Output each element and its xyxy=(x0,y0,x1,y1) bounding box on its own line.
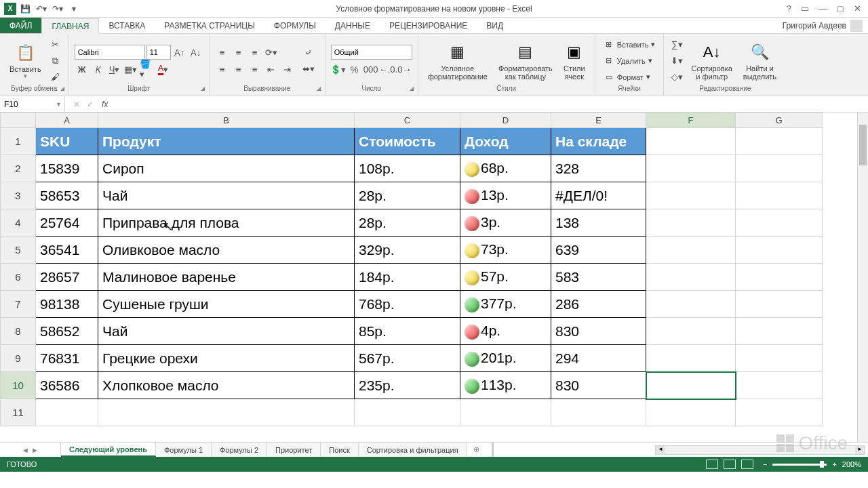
format-as-table-button[interactable]: ▤Форматировать как таблицу xyxy=(494,37,557,85)
zoom-slider[interactable] xyxy=(772,464,827,466)
accounting-icon[interactable]: 💲▾ xyxy=(331,62,346,77)
merge-center-icon[interactable]: ⬌▾ xyxy=(298,62,319,77)
cell[interactable] xyxy=(736,209,823,237)
cell[interactable]: 13р. xyxy=(460,182,551,209)
cell[interactable] xyxy=(646,237,736,264)
number-format-combo[interactable] xyxy=(331,45,412,60)
qat-customize-icon[interactable]: ▾ xyxy=(66,1,81,16)
row-header[interactable]: 5 xyxy=(1,237,36,264)
increase-decimal-icon[interactable]: ←.0 xyxy=(380,62,395,77)
borders-icon[interactable]: ▦▾ xyxy=(123,62,138,77)
redo-icon[interactable]: ↷▾ xyxy=(50,1,65,16)
cell[interactable]: 328 xyxy=(551,155,646,182)
cell[interactable]: 68р. xyxy=(460,155,551,182)
row-header[interactable]: 1 xyxy=(1,128,36,155)
align-bottom-icon[interactable]: ≡ xyxy=(248,45,262,60)
column-header[interactable]: D xyxy=(460,113,551,128)
decrease-font-icon[interactable]: A↓ xyxy=(189,45,203,60)
cell[interactable]: 286 xyxy=(551,291,646,318)
delete-cells-button[interactable]: ⊟Удалить ▾ xyxy=(601,54,658,68)
cell[interactable]: 108р. xyxy=(355,155,460,182)
row-header[interactable]: 4 xyxy=(1,209,36,237)
column-header[interactable]: G xyxy=(736,113,823,128)
cell[interactable]: Чай xyxy=(98,182,355,209)
cell[interactable] xyxy=(736,399,823,426)
cell[interactable]: 201р. xyxy=(460,345,551,372)
save-icon[interactable]: 💾 xyxy=(18,1,33,16)
fill-icon[interactable]: ⬇▾ xyxy=(669,54,684,68)
cell[interactable]: Сушеные груши xyxy=(98,291,355,318)
cell[interactable] xyxy=(736,264,823,291)
font-color-icon[interactable]: А▾ xyxy=(156,62,171,77)
orientation-icon[interactable]: ⟳▾ xyxy=(264,45,279,60)
zoom-out-icon[interactable]: − xyxy=(763,460,767,468)
table-header-cell[interactable]: На складе xyxy=(551,128,646,155)
cell[interactable]: 113р. xyxy=(460,372,551,399)
cell[interactable]: Приправа для плова xyxy=(98,209,355,237)
dialog-launcher-icon[interactable]: ◢ xyxy=(317,85,321,92)
row-header[interactable]: 11 xyxy=(1,399,36,426)
cell[interactable] xyxy=(736,237,823,264)
cell[interactable]: 28657 xyxy=(36,264,98,291)
cell[interactable]: 73р. xyxy=(460,237,551,264)
cell[interactable]: 36586 xyxy=(36,372,98,399)
cell[interactable]: 184р. xyxy=(355,264,460,291)
cell[interactable]: 830 xyxy=(551,318,646,345)
sort-filter-button[interactable]: A↓Сортировка и фильтр xyxy=(687,37,736,85)
ribbon-tab-вставка[interactable]: ВСТАВКА xyxy=(99,18,155,33)
zoom-control[interactable]: − + 200% xyxy=(763,460,861,468)
vertical-scrollbar[interactable] xyxy=(857,113,868,442)
minimize-icon[interactable]: — xyxy=(818,3,827,14)
fill-color-icon[interactable]: 🪣▾ xyxy=(140,62,155,77)
ribbon-tab-главная[interactable]: ГЛАВНАЯ xyxy=(41,18,99,34)
file-tab[interactable]: ФАЙЛ xyxy=(0,18,41,33)
cell[interactable]: 98138 xyxy=(36,291,98,318)
decrease-indent-icon[interactable]: ⇤ xyxy=(264,62,279,77)
cell[interactable]: 28р. xyxy=(355,209,460,237)
autosum-icon[interactable]: ∑▾ xyxy=(669,37,684,52)
row-header[interactable]: 10 xyxy=(1,372,36,399)
cell[interactable] xyxy=(736,345,823,372)
row-header[interactable]: 8 xyxy=(1,318,36,345)
column-header[interactable]: A xyxy=(36,113,98,128)
row-header[interactable]: 7 xyxy=(1,291,36,318)
clear-icon[interactable]: ◇▾ xyxy=(669,70,684,85)
wrap-text-icon[interactable]: ⤶ xyxy=(298,45,319,60)
align-left-icon[interactable]: ≡ xyxy=(215,62,230,77)
italic-button[interactable]: К xyxy=(91,62,106,77)
cell[interactable]: 235р. xyxy=(355,372,460,399)
find-select-button[interactable]: 🔍Найти и выделить xyxy=(739,37,781,85)
sheet-nav[interactable]: ◄ ► xyxy=(0,443,61,457)
fx-icon[interactable]: fx xyxy=(102,100,112,109)
name-box[interactable]: F10▼ xyxy=(0,96,65,112)
align-center-icon[interactable]: ≡ xyxy=(231,62,246,77)
sheet-tab[interactable]: Формулы 1 xyxy=(156,443,212,457)
zoom-level[interactable]: 200% xyxy=(842,460,861,468)
table-header-cell[interactable]: Стоимость xyxy=(355,128,460,155)
ribbon-tab-данные[interactable]: ДАННЫЕ xyxy=(326,18,380,33)
normal-view-icon[interactable] xyxy=(706,460,718,469)
cell[interactable] xyxy=(646,155,736,182)
column-header[interactable]: E xyxy=(551,113,646,128)
table-header-cell[interactable]: Доход xyxy=(460,128,551,155)
underline-button[interactable]: Ч▾ xyxy=(107,62,122,77)
dialog-launcher-icon[interactable]: ◢ xyxy=(410,85,414,92)
cell[interactable] xyxy=(646,291,736,318)
enter-formula-icon[interactable]: ✓ xyxy=(87,100,94,109)
cell[interactable]: #ДЕЛ/0! xyxy=(551,182,646,209)
ribbon-options-icon[interactable]: ▭ xyxy=(801,3,809,14)
sheet-tab[interactable]: Формулы 2 xyxy=(212,443,267,457)
insert-cells-button[interactable]: ⊞Вставить ▾ xyxy=(601,37,658,52)
formula-input[interactable] xyxy=(112,96,868,112)
ribbon-tab-рецензирование[interactable]: РЕЦЕНЗИРОВАНИЕ xyxy=(380,18,477,33)
cell[interactable] xyxy=(646,318,736,345)
cell[interactable] xyxy=(736,291,823,318)
sheet-tab[interactable]: Приоритет xyxy=(267,443,321,457)
cell-styles-button[interactable]: ▣Стили ячеек xyxy=(559,37,589,85)
cell[interactable]: Грецкие орехи xyxy=(98,345,355,372)
cell[interactable] xyxy=(646,399,736,426)
align-middle-icon[interactable]: ≡ xyxy=(231,45,246,60)
row-header[interactable]: 6 xyxy=(1,264,36,291)
cell[interactable]: 294 xyxy=(551,345,646,372)
user-account[interactable]: Григорий Авдеев xyxy=(783,18,868,33)
